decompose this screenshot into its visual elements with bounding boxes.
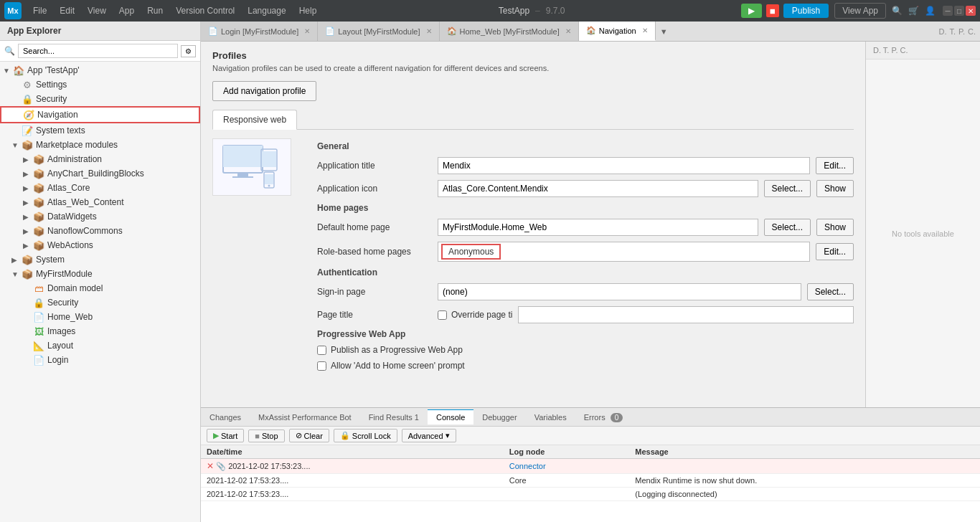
sidebar-item-administration[interactable]: ▶ 📦 Administration — [0, 152, 200, 166]
collapse-arrow: ▶ — [23, 227, 33, 235]
run-button[interactable]: ▶ — [741, 4, 762, 18]
app-icon-select-btn[interactable]: Select... — [764, 180, 811, 197]
sidebar-item-settings[interactable]: ⚙ Settings — [0, 77, 200, 92]
search-icon[interactable]: 🔍 — [892, 6, 903, 16]
sidebar-item-nanoflow[interactable]: ▶ 📦 NanoflowCommons — [0, 224, 200, 238]
security-icon: 🔒 — [22, 93, 33, 105]
sidebar-item-marketplace-modules[interactable]: ▼ 📦 Marketplace modules — [0, 138, 200, 152]
tab-home-web-close[interactable]: ✕ — [565, 27, 571, 35]
tab-home-web[interactable]: 🏠 Home_Web [MyFirstModule] ✕ — [440, 22, 579, 41]
console-table: Date/time Log node Message ✕ 📎 2021-12-0… — [201, 445, 980, 522]
signin-input[interactable] — [438, 283, 801, 300]
datawidgets-icon: 📦 — [33, 211, 44, 222]
view-app-button[interactable]: View App — [834, 3, 886, 19]
maximize-button[interactable]: □ — [954, 6, 964, 16]
minimize-button[interactable]: ─ — [943, 6, 953, 16]
sidebar-item-layout[interactable]: 📐 Layout — [0, 338, 200, 353]
add-profile-button[interactable]: Add navigation profile — [212, 81, 316, 101]
close-button[interactable]: ✕ — [966, 6, 976, 16]
page-title-override-input[interactable] — [518, 306, 854, 323]
bottom-tab-changes[interactable]: Changes — [201, 410, 250, 424]
sidebar-item-atlas-web[interactable]: ▶ 📦 Atlas_Web_Content — [0, 195, 200, 209]
menu-view[interactable]: View — [82, 3, 112, 19]
sidebar-item-system[interactable]: ▶ 📦 System — [0, 252, 200, 267]
tab-navigation-close[interactable]: ✕ — [642, 27, 648, 34]
page-title-label: Page title — [317, 310, 432, 320]
default-home-input[interactable] — [438, 219, 758, 236]
default-home-show-btn[interactable]: Show — [816, 219, 854, 236]
default-home-select-btn[interactable]: Select... — [764, 219, 811, 236]
menu-help[interactable]: Help — [293, 3, 323, 19]
menu-bar: Mx File Edit View App Run Version Contro… — [0, 0, 980, 22]
tree-item-app[interactable]: ▼ 🏠 App 'TestApp' — [0, 63, 200, 77]
sidebar-item-domain-model[interactable]: 🗃 Domain model — [0, 281, 200, 295]
tab-login[interactable]: 📄 Login [MyFirstModule] ✕ — [201, 22, 318, 41]
tab-panel-t[interactable]: T. — [949, 27, 956, 36]
app-icon-show-btn[interactable]: Show — [816, 180, 854, 197]
console-start-btn[interactable]: ▶ Start — [207, 429, 244, 442]
pwa-publish-checkbox[interactable] — [317, 346, 326, 355]
right-panel-content: No tools available — [866, 60, 980, 407]
tab-home-web-icon: 🏠 — [447, 27, 457, 36]
sidebar-item-anychart[interactable]: ▶ 📦 AnyChart_BuildingBlocks — [0, 166, 200, 181]
user-icon[interactable]: 👤 — [925, 6, 936, 16]
bottom-tab-console[interactable]: Console — [428, 409, 473, 424]
menu-run[interactable]: Run — [141, 3, 169, 19]
tree-label-layout: Layout — [47, 341, 73, 351]
app-title-input[interactable] — [438, 157, 810, 174]
tab-layout[interactable]: 📄 Layout [MyFirstModule] ✕ — [318, 22, 439, 41]
console-stop-btn[interactable]: ■ Stop — [248, 430, 284, 442]
console-cell-datetime-0: ✕ 📎 2021-12-02 17:53:23.... — [201, 459, 504, 474]
role-home-edit-btn[interactable]: Edit... — [816, 243, 854, 260]
console-clear-btn[interactable]: ⊘ Clear — [289, 429, 329, 442]
stop-button[interactable]: ■ — [766, 4, 779, 17]
menu-edit[interactable]: Edit — [54, 3, 80, 19]
marketplace-icon: 📦 — [22, 139, 33, 151]
menu-file[interactable]: File — [27, 3, 52, 19]
sidebar-item-atlas-core[interactable]: ▶ 📦 Atlas_Core — [0, 181, 200, 195]
bottom-tab-debugger[interactable]: Debugger — [473, 410, 525, 424]
sidebar-config-button[interactable]: ⚙ — [181, 45, 196, 57]
sidebar-item-datawidgets[interactable]: ▶ 📦 DataWidgets — [0, 209, 200, 224]
sidebar-item-myfirstmodule[interactable]: ▼ 📦 MyFirstModule — [0, 267, 200, 281]
publish-button[interactable]: Publish — [783, 4, 829, 18]
tab-panel-d[interactable]: D. — [938, 27, 946, 36]
tab-responsive-web[interactable]: Responsive web — [212, 110, 297, 130]
menu-app[interactable]: App — [113, 3, 140, 19]
app-title-edit-btn[interactable]: Edit... — [816, 157, 854, 174]
override-checkbox[interactable] — [438, 310, 447, 320]
console-scrolllock-btn[interactable]: 🔒 Scroll Lock — [334, 429, 397, 442]
sidebar-item-webactions[interactable]: ▶ 📦 WebActions — [0, 238, 200, 252]
cart-icon[interactable]: 🛒 — [908, 6, 919, 16]
sidebar-item-security-module[interactable]: 🔒 Security — [0, 295, 200, 310]
search-input[interactable] — [18, 44, 178, 58]
tab-login-close[interactable]: ✕ — [304, 27, 310, 35]
settings-icon: ⚙ — [22, 79, 33, 90]
sidebar-item-security[interactable]: 🔒 Security — [0, 92, 200, 106]
sidebar-item-navigation[interactable]: 🧭 Navigation — [0, 106, 200, 123]
pwa-homescreen-checkbox[interactable] — [317, 361, 326, 371]
tree-label-images: Images — [47, 326, 75, 336]
sidebar-item-home-web[interactable]: 📄 Home_Web — [0, 310, 200, 324]
bottom-tab-mxassist[interactable]: MxAssist Performance Bot — [250, 410, 360, 424]
sidebar-item-login[interactable]: 📄 Login — [0, 353, 200, 367]
tab-overflow-btn[interactable]: ▼ — [656, 27, 672, 36]
app-icon-input[interactable] — [438, 180, 758, 197]
tab-layout-close[interactable]: ✕ — [426, 27, 432, 35]
console-advanced-btn[interactable]: Advanced ▾ — [402, 429, 456, 442]
bottom-tab-variables[interactable]: Variables — [526, 410, 575, 424]
tab-login-icon: 📄 — [208, 27, 218, 36]
tab-navigation[interactable]: 🏠 Navigation ✕ — [579, 22, 656, 41]
tab-panel-c[interactable]: C. — [968, 27, 976, 36]
app-icon-row: Application icon Select... Show — [317, 180, 854, 197]
menu-language[interactable]: Language — [242, 3, 291, 19]
collapse-arrow: ▶ — [11, 256, 22, 264]
tab-panel-p[interactable]: P. — [958, 27, 965, 36]
sidebar-item-system-texts[interactable]: 📝 System texts — [0, 123, 200, 138]
bottom-tab-errors[interactable]: Errors 0 — [575, 410, 632, 424]
menu-version-control[interactable]: Version Control — [170, 3, 240, 19]
sidebar-item-images[interactable]: 🖼 Images — [0, 324, 200, 338]
console-cell-lognode-2 — [504, 488, 629, 501]
signin-select-btn[interactable]: Select... — [807, 283, 854, 300]
bottom-tab-findresults[interactable]: Find Results 1 — [360, 410, 428, 424]
